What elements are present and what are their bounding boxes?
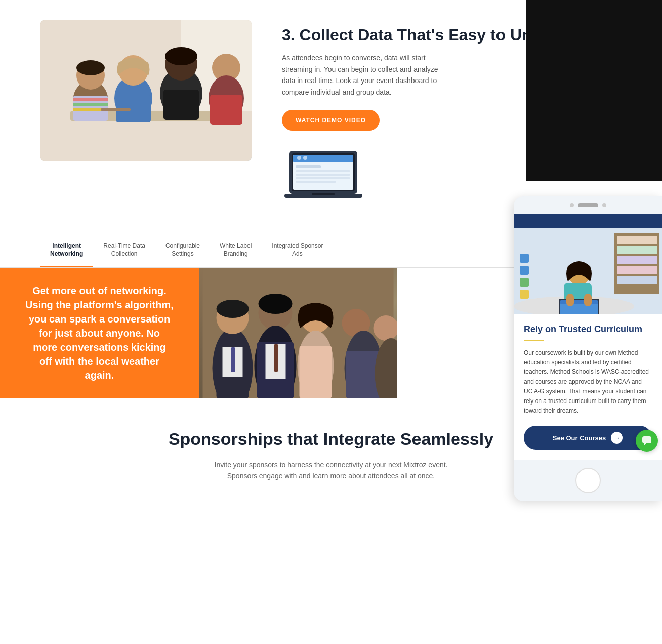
svg-point-16 <box>165 47 197 65</box>
dot-2-active <box>578 203 598 207</box>
svg-rect-33 <box>312 193 335 195</box>
svg-rect-57 <box>617 236 657 244</box>
svg-rect-27 <box>296 174 350 176</box>
block-blue-2 <box>520 266 529 275</box>
svg-rect-6 <box>73 98 108 101</box>
svg-rect-68 <box>566 294 574 306</box>
people-meeting-image <box>40 20 252 161</box>
svg-rect-67 <box>560 300 598 304</box>
svg-rect-25 <box>296 165 321 168</box>
svg-rect-58 <box>617 246 657 254</box>
svg-point-30 <box>297 156 301 160</box>
svg-point-40 <box>217 300 249 318</box>
svg-rect-61 <box>617 276 657 284</box>
tab-label-configurable: ConfigurableSettings <box>166 242 200 257</box>
see-courses-button[interactable]: See Our Courses → <box>524 426 652 450</box>
svg-rect-20 <box>101 108 131 111</box>
panel-curriculum-image <box>514 228 662 314</box>
svg-rect-26 <box>296 170 350 172</box>
panel-title-underline <box>524 340 544 341</box>
panel-color-blocks <box>520 254 529 299</box>
svg-rect-69 <box>584 294 592 306</box>
svg-rect-7 <box>73 103 108 106</box>
networking-text: Get more out of networking. Using the pl… <box>0 268 199 398</box>
tab-label-white-label: White LabelBranding <box>220 242 252 257</box>
dot-1 <box>570 203 574 207</box>
svg-rect-19 <box>210 95 242 125</box>
svg-marker-71 <box>644 443 646 445</box>
dot-3 <box>602 203 606 207</box>
svg-rect-60 <box>617 266 657 274</box>
panel-title: Rely on Trusted Curriculum <box>524 324 652 335</box>
networking-group-image <box>199 268 397 398</box>
svg-rect-45 <box>274 344 278 372</box>
panel-description: Our coursework is built by our own Metho… <box>524 348 652 416</box>
panel-dots-indicator <box>514 196 662 214</box>
block-green <box>520 278 529 287</box>
panel-blue-header <box>514 214 662 228</box>
svg-point-9 <box>76 60 105 75</box>
meeting-image-placeholder <box>40 20 252 161</box>
svg-rect-59 <box>617 256 657 264</box>
mobile-app-panel: Rely on Trusted Curriculum Our coursewor… <box>514 196 662 501</box>
tab-configurable-settings[interactable]: ConfigurableSettings <box>155 234 210 267</box>
svg-rect-28 <box>296 177 350 179</box>
panel-circle-button[interactable] <box>575 468 601 493</box>
see-courses-label: See Our Courses <box>553 434 606 442</box>
svg-rect-24 <box>293 155 353 162</box>
block-blue-1 <box>520 254 529 263</box>
svg-rect-29 <box>296 181 336 183</box>
tab-label-realtime: Real-Time DataCollection <box>103 242 145 257</box>
tab-label-integrated-sponsor: Integrated SponsorAds <box>272 242 323 257</box>
svg-rect-70 <box>642 436 651 443</box>
networking-banner: Get more out of networking. Using the pl… <box>0 268 397 398</box>
arrow-icon: → <box>611 432 623 444</box>
svg-point-31 <box>303 156 307 160</box>
black-corner-decoration <box>526 0 662 181</box>
panel-bottom-area <box>514 460 662 501</box>
tab-label-intelligent: IntelligentNetworking <box>50 242 83 257</box>
collect-data-description: As attendees begin to converse, data wil… <box>282 52 453 98</box>
svg-point-46 <box>259 294 293 314</box>
chat-bubble-button[interactable] <box>636 430 658 452</box>
tab-white-label[interactable]: White LabelBranding <box>210 234 262 267</box>
tab-intelligent-networking[interactable]: IntelligentNetworking <box>40 234 93 267</box>
sponsorships-description: Invite your sponsors to harness the conn… <box>208 459 454 482</box>
svg-rect-39 <box>231 347 235 372</box>
svg-rect-49 <box>300 346 332 398</box>
svg-rect-15 <box>163 90 199 120</box>
block-yellow <box>520 290 529 299</box>
tab-integrated-sponsor[interactable]: Integrated SponsorAds <box>262 234 333 267</box>
watch-demo-button[interactable]: WATCH DEMO VIDEO <box>282 110 380 131</box>
tab-realtime-data[interactable]: Real-Time DataCollection <box>93 234 155 267</box>
